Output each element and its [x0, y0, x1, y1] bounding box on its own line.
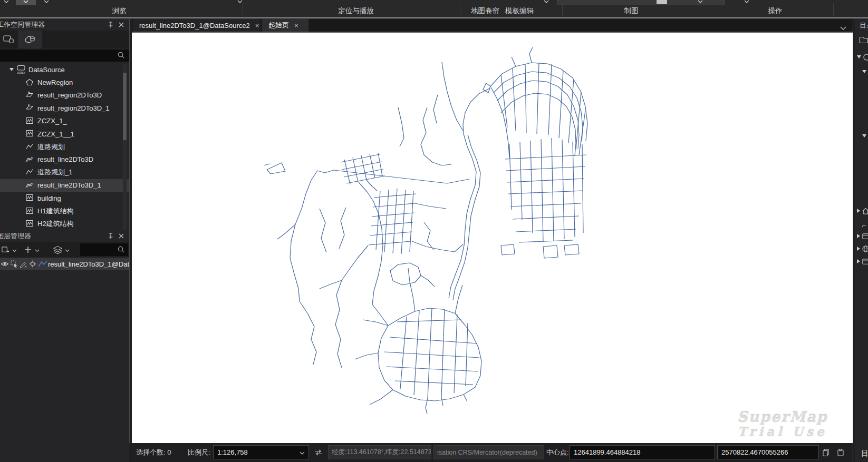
tree-scrollbar[interactable]: [123, 64, 127, 230]
scale-label: 比例尺:: [188, 443, 210, 462]
ribbon-dropdown-icon[interactable]: [695, 0, 706, 5]
road-line: [512, 57, 516, 66]
datasource-view-button[interactable]: [18, 31, 42, 48]
editable-icon[interactable]: [19, 260, 27, 268]
paste-icon[interactable]: [836, 443, 845, 462]
tab-label: 起始页: [268, 21, 289, 30]
ribbon-dropdown-icon-active[interactable]: [16, 0, 36, 5]
search-icon: [117, 51, 125, 61]
line-layer-icon: [38, 260, 47, 268]
layer-row[interactable]: result_line2DTo3D_1@Dat: [0, 258, 129, 270]
close-icon[interactable]: [117, 232, 126, 240]
scale-combobox[interactable]: 1:126,758: [213, 445, 309, 459]
tab-close-icon[interactable]: ×: [294, 22, 298, 29]
ribbon-group-browse[interactable]: 浏览: [112, 6, 127, 16]
chevron-down-icon[interactable]: [300, 448, 305, 456]
road-line: [317, 170, 334, 173]
catalog-panel: 目录 目: [855, 19, 868, 462]
region-dataset-icon: [25, 78, 35, 87]
road-line: [300, 301, 314, 327]
pin-icon[interactable]: [107, 21, 115, 29]
catalog-node-expanded[interactable]: [861, 131, 868, 141]
pin-icon[interactable]: [107, 232, 115, 240]
road-line: [341, 154, 380, 162]
tab-close-icon[interactable]: ×: [255, 22, 259, 29]
tree-item-result_region2DTo3D[interactable]: result_region2DTo3D: [0, 89, 129, 102]
catalog-node-expanded[interactable]: [861, 66, 868, 77]
tree-item-result_region2DTo3D_1[interactable]: result_region2DTo3D_1: [0, 102, 129, 114]
tab-start-page[interactable]: 起始页 ×: [262, 19, 308, 32]
road-line: [510, 203, 581, 207]
swap-coordinates-icon[interactable]: [314, 443, 323, 462]
add-layer-button[interactable]: [23, 243, 40, 257]
workspace-search-input[interactable]: [0, 50, 129, 62]
tree-item-DataSource[interactable]: UDBXDataSource: [0, 63, 129, 76]
search-icon: [117, 245, 125, 255]
close-icon[interactable]: [117, 21, 126, 29]
ribbon-group-template-edit[interactable]: 模板编辑: [505, 6, 534, 16]
ribbon-dropdown-icon[interactable]: [235, 0, 245, 5]
caret-down-icon[interactable]: [9, 68, 14, 71]
copy-icon[interactable]: [822, 443, 830, 462]
tree-item-H1建筑结构[interactable]: H1建筑结构: [0, 204, 129, 217]
ribbon-group-operation[interactable]: 操作: [768, 6, 783, 16]
tree-item-ZCZX_1__1[interactable]: ZCZX_1__1: [0, 127, 129, 140]
snapable-icon[interactable]: [28, 260, 37, 268]
visibility-eye-icon[interactable]: [1, 260, 9, 268]
catalog-node-collapsed[interactable]: [856, 256, 868, 267]
folder-icon[interactable]: [859, 35, 868, 45]
road-line: [552, 138, 554, 241]
region3d-dataset-icon: [25, 103, 35, 113]
tree-item-道路规划_1[interactable]: 道路规划_1: [0, 166, 129, 179]
trial-watermark: SuperMap Trial Use: [737, 409, 828, 439]
ribbon-group-locate-play[interactable]: 定位与播放: [338, 6, 374, 16]
ribbon-separator: [728, 3, 728, 16]
center-x-input[interactable]: 12641899.464884218: [570, 445, 715, 459]
road-line: [384, 190, 389, 252]
tree-scrollbar-thumb[interactable]: [123, 73, 127, 140]
ribbon-dropdown-icon[interactable]: [1, 0, 12, 5]
tree-item-NewRegion[interactable]: NewRegion: [0, 76, 129, 89]
layer-style-button[interactable]: [53, 243, 70, 257]
line3d-dataset-icon: [25, 155, 35, 164]
tree-item-道路规划[interactable]: 道路规划: [0, 140, 129, 153]
center-y-input[interactable]: 2570822.4670055266: [717, 445, 819, 459]
gallery-scrollbar-thumb[interactable]: [657, 0, 667, 4]
map-viewport[interactable]: SuperMap Trial Use: [132, 33, 853, 443]
tree-item-ZCZX_1_[interactable]: ZCZX_1_: [0, 115, 129, 127]
document-tabbar: result_line2DTo3D_1@DataSource2 × 起始页 ×: [129, 19, 853, 32]
workspace-tree-view-button[interactable]: [0, 31, 17, 48]
tree-item-label: H2建筑结构: [37, 219, 74, 229]
statusbar: 选择个数: 0 比例尺: 1:126,758 经度:113.461078°,纬度…: [129, 443, 853, 462]
road-line: [525, 64, 526, 133]
ribbon-group-cartography[interactable]: 制图: [624, 6, 639, 16]
road-line: [519, 240, 573, 242]
selectable-icon[interactable]: [10, 260, 18, 268]
add-map-button[interactable]: [1, 243, 17, 257]
ribbon-dropdown-icon[interactable]: [541, 0, 552, 5]
tab-map-document[interactable]: result_line2DTo3D_1@DataSource2 ×: [133, 19, 261, 32]
road-line: [370, 232, 412, 235]
catalog-node-collapsed[interactable]: [856, 205, 868, 216]
tree-item-H2建筑结构[interactable]: H2建筑结构: [0, 218, 129, 230]
catalog-node-expanded[interactable]: [856, 52, 868, 62]
ribbon-group-map-swipe[interactable]: 地图卷帘: [471, 6, 499, 16]
catalog-node-item[interactable]: [860, 220, 868, 231]
tree-item-result_line2DTo3D[interactable]: result_line2DTo3D: [0, 153, 129, 166]
ribbon-dropdown-icon[interactable]: [741, 0, 752, 5]
road-line: [398, 107, 404, 138]
tab-list-chevron-icon[interactable]: [840, 24, 846, 32]
ribbon-dropdown-icon[interactable]: [41, 0, 52, 5]
road-line: [387, 367, 478, 371]
road-line: [355, 353, 378, 359]
catalog-node-collapsed[interactable]: [856, 243, 868, 254]
road-line: [339, 208, 346, 249]
tree-item-building[interactable]: building: [0, 192, 129, 204]
road-line: [543, 245, 558, 258]
selection-count: 选择个数: 0: [136, 443, 171, 462]
road-line: [541, 139, 543, 242]
catalog-node-collapsed[interactable]: [856, 231, 868, 241]
tree-item-result_line2DTo3D_1[interactable]: result_line2DTo3D_1: [0, 179, 129, 192]
road-line: [520, 142, 522, 220]
workspace-search-area: [0, 48, 129, 63]
